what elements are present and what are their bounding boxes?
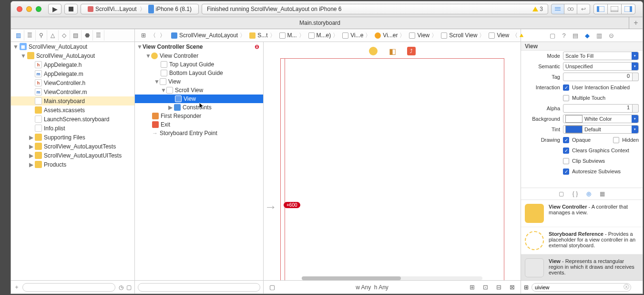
disclosure-icon[interactable]: ▶ xyxy=(28,162,34,168)
outline-scene-header[interactable]: ▼ View Controller Scene ⊖ xyxy=(135,42,263,52)
file-template-library-tab[interactable]: ▢ xyxy=(559,190,564,197)
pin-button[interactable]: ⊡ xyxy=(480,283,490,292)
tree-file-selected[interactable]: Main.storyboard xyxy=(11,96,134,105)
entry-point-arrow[interactable]: → xyxy=(265,200,277,214)
stop-button[interactable] xyxy=(64,4,78,14)
outline-view[interactable]: ▼View xyxy=(135,77,263,86)
debug-navigator-tab[interactable]: ▤ xyxy=(70,30,82,41)
hidden-checkbox[interactable] xyxy=(613,137,619,143)
tree-file[interactable]: LaunchScreen.storyboard xyxy=(11,115,134,124)
outline-vc[interactable]: ▼View Controller xyxy=(135,52,263,60)
connections-inspector-tab[interactable]: ⊝ xyxy=(609,32,614,39)
tree-group[interactable]: ▶Products xyxy=(11,160,134,169)
identity-inspector-tab[interactable]: ▤ xyxy=(572,32,578,39)
multitouch-checkbox[interactable] xyxy=(563,95,569,101)
tree-group-main[interactable]: ▼ScrollView_AutoLayout xyxy=(11,51,134,60)
new-tab-button[interactable]: + xyxy=(629,17,643,29)
toggle-outline-button[interactable]: ▢ xyxy=(267,283,277,292)
dock-exit-button[interactable]: ⤴ xyxy=(407,47,416,55)
outline-constraints[interactable]: ▶Constraints xyxy=(135,103,263,112)
size-class-control[interactable]: w Any h Any xyxy=(281,284,463,291)
quick-help-tab[interactable]: ? xyxy=(562,32,565,39)
outline-inner-view-selected[interactable]: View xyxy=(135,95,263,103)
attributes-inspector-tab[interactable]: ◆ xyxy=(585,32,590,39)
stepper-icon[interactable] xyxy=(632,73,639,81)
project-navigator-tab[interactable]: ▥ xyxy=(13,30,24,41)
crumb-inner[interactable]: View xyxy=(487,32,511,39)
disclosure-icon[interactable]: ▶ xyxy=(28,153,34,158)
background-select[interactable]: White Color▾ xyxy=(563,115,639,123)
tag-input[interactable]: 0 xyxy=(563,73,639,81)
crumb-vc[interactable]: Vi...er〉 xyxy=(373,32,407,40)
issue-navigator-tab[interactable]: △ xyxy=(47,30,59,41)
dock-first-responder-button[interactable]: ◧ xyxy=(388,47,397,55)
code-snippet-library-tab[interactable]: { } xyxy=(572,190,578,197)
align-button[interactable]: ⊞ xyxy=(467,283,477,292)
media-library-tab[interactable]: ▦ xyxy=(600,190,605,197)
canvas-h-scrollbar[interactable] xyxy=(302,276,482,280)
symbol-navigator-tab[interactable]: ☰ xyxy=(24,30,36,41)
tab-main-storyboard[interactable]: Main.storyboard xyxy=(11,17,629,29)
library-item-storyboard-reference[interactable]: Storyboard Reference - Provides a placeh… xyxy=(521,227,643,254)
outline-scrollview[interactable]: ▼Scroll View xyxy=(135,86,263,95)
clip-checkbox[interactable] xyxy=(563,158,569,164)
outline-first-responder[interactable]: First Responder xyxy=(135,112,263,120)
constraint-badge[interactable]: +600 xyxy=(284,202,300,208)
prev-issue-button[interactable]: 〈 xyxy=(511,30,519,41)
close-window-button[interactable] xyxy=(17,6,22,12)
disclosure-icon[interactable]: ▼ xyxy=(137,43,143,50)
stepper-icon[interactable] xyxy=(632,104,639,113)
crumb-view[interactable]: View〉 xyxy=(407,32,439,40)
outline-exit[interactable]: Exit xyxy=(135,120,263,129)
crumb-scroll[interactable]: Scroll View〉 xyxy=(439,32,487,40)
alpha-input[interactable]: 1 xyxy=(563,104,639,113)
disclosure-icon[interactable]: ▼ xyxy=(20,53,26,59)
resize-behavior-button[interactable]: ⊠ xyxy=(507,283,517,292)
library-filter-input[interactable] xyxy=(532,283,631,292)
view-controller-frame[interactable] xyxy=(280,58,504,280)
related-items-button[interactable]: ⊞ xyxy=(140,30,147,41)
go-forward-button[interactable]: 〉 xyxy=(159,30,166,41)
toggle-navigator-button[interactable] xyxy=(593,4,608,14)
size-inspector-tab[interactable]: ▥ xyxy=(596,32,602,39)
scene-issue-icon[interactable]: ⊖ xyxy=(255,43,259,50)
dock-vc-button[interactable] xyxy=(369,47,378,55)
autoresize-checkbox[interactable]: ✓ xyxy=(563,169,569,175)
breakpoint-navigator-tab[interactable]: ⬣ xyxy=(82,30,93,41)
disclosure-icon[interactable]: ▶ xyxy=(28,135,34,140)
uie-checkbox[interactable]: ✓ xyxy=(563,84,569,91)
crumb-project[interactable]: ScrollView_AutoLayout〉 xyxy=(169,32,247,40)
clears-checkbox[interactable]: ✓ xyxy=(563,148,569,154)
find-navigator-tab[interactable]: ⚲ xyxy=(36,30,47,41)
assistant-editor-button[interactable] xyxy=(564,4,577,14)
crumb-file[interactable]: M...〉 xyxy=(277,32,307,40)
tree-file[interactable]: mViewController.m xyxy=(11,87,134,96)
recent-filter-button[interactable]: ◷ xyxy=(118,283,123,292)
outline-top-guide[interactable]: Top Layout Guide xyxy=(135,60,263,69)
library-item-view-controller[interactable]: View Controller - A controller that mana… xyxy=(521,200,643,227)
toggle-utilities-button[interactable] xyxy=(621,4,635,14)
scm-filter-button[interactable]: ▢ xyxy=(126,283,132,292)
tree-group[interactable]: ▶ScrollView_AutoLayoutTests xyxy=(11,142,134,151)
interface-builder-canvas[interactable]: ◧ ⤴ → +600 xyxy=(264,42,521,280)
resolve-issues-button[interactable]: ⊟ xyxy=(494,283,503,292)
add-button[interactable]: ＋ xyxy=(14,283,20,292)
scrollbar-thumb[interactable] xyxy=(302,276,401,280)
run-button[interactable]: ▶ xyxy=(48,4,61,14)
tint-select[interactable]: Default▾ xyxy=(563,125,639,134)
tree-file[interactable]: Info.plist xyxy=(11,124,134,133)
go-back-button[interactable]: 〈 xyxy=(149,30,157,41)
test-navigator-tab[interactable]: ◇ xyxy=(59,30,70,41)
library-item-view[interactable]: View - Represents a rectangular region i… xyxy=(521,254,643,280)
crumb-scene[interactable]: Vi...e〉 xyxy=(340,32,373,40)
scheme-selector[interactable]: ScrollVi...Layout 〉 iPhone 6 (8.1) xyxy=(81,4,199,14)
tree-file[interactable]: mAppDelegate.m xyxy=(11,69,134,78)
navigator-filter-input[interactable] xyxy=(22,283,115,292)
report-navigator-tab[interactable]: ☰ xyxy=(93,30,104,41)
tree-file[interactable]: hViewController.h xyxy=(11,78,134,87)
zoom-window-button[interactable] xyxy=(36,6,41,12)
clear-filter-button[interactable]: ⓧ xyxy=(624,283,629,291)
tree-group[interactable]: ▶Supporting Files xyxy=(11,133,134,142)
disclosure-icon[interactable]: ▼ xyxy=(13,44,19,50)
mode-select[interactable]: Scale To Fill▾ xyxy=(563,52,639,60)
